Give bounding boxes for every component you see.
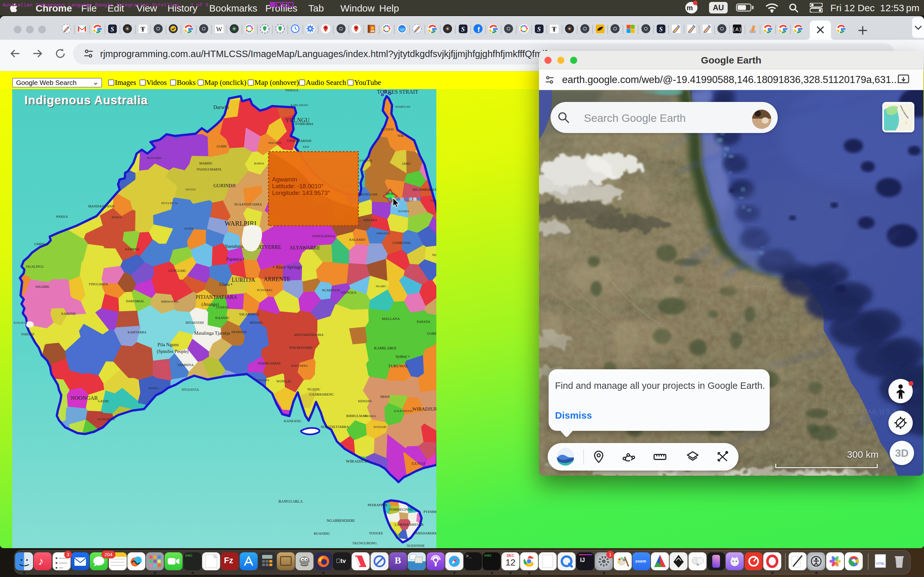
svg-text:WIK: WIK	[397, 134, 404, 137]
svg-text:ARRENTE: ARRENTE	[264, 276, 290, 282]
svg-text:KUYANI: KUYANI	[381, 127, 393, 131]
svg-text:JARU: JARU	[402, 161, 411, 165]
svg-text:PUTIJARRA: PUTIJARRA	[257, 288, 273, 292]
svg-text:BANGGARLA: BANGGARLA	[278, 499, 303, 504]
svg-text:LAIRMAIRRENER: LAIRMAIRRENER	[395, 522, 424, 526]
svg-text:KARLAMAYI: KARLAMAYI	[291, 103, 308, 107]
svg-text:Uluru •: Uluru •	[219, 282, 232, 287]
svg-text:GUBBI: GUBBI	[216, 145, 226, 148]
svg-text:NYANGUMARTA: NYANGUMARTA	[197, 168, 222, 171]
svg-text:BADIMIA: BADIMIA	[125, 247, 140, 251]
svg-text:MALGANA: MALGANA	[382, 317, 400, 321]
svg-text:WADJA: WADJA	[149, 387, 158, 390]
svg-text:KOKO BERA: KOKO BERA	[291, 364, 308, 367]
svg-text:PITJANTJATJARA: PITJANTJATJARA	[196, 294, 237, 300]
svg-text:NGARINYIN: NGARINYIN	[322, 288, 340, 292]
svg-text:BANYJIMA: BANYJIMA	[147, 156, 162, 160]
svg-text:Papunya •: Papunya •	[226, 257, 244, 261]
svg-text:NYAWAYGI: NYAWAYGI	[357, 159, 372, 162]
svg-text:WORRORRA: WORRORRA	[295, 122, 314, 126]
svg-text:(A): (A)	[732, 27, 742, 33]
svg-text:WANGKATHAA: WANGKATHAA	[312, 234, 335, 238]
svg-text:IMAN: IMAN	[380, 395, 389, 398]
svg-text:JAGALINGU: JAGALINGU	[26, 265, 44, 268]
svg-text:WUDJARI: WUDJARI	[373, 425, 387, 429]
svg-text:ARABANA: ARABANA	[231, 330, 247, 334]
svg-text:KAMILAROI: KAMILAROI	[374, 346, 396, 350]
svg-text:(Spinifex People): (Spinifex People)	[157, 349, 189, 354]
svg-text:MITAKOODI: MITAKOODI	[186, 321, 204, 324]
svg-text:WALMAJARRI: WALMAJARRI	[289, 346, 312, 350]
svg-text:MARDU: MARDU	[199, 161, 212, 165]
svg-text:WARRGAMAY: WARRGAMAY	[258, 361, 281, 365]
svg-text:Takalu: Takalu	[385, 191, 395, 195]
svg-text:YANGGA: YANGGA	[285, 89, 299, 92]
svg-text:BIBBULMAN: BIBBULMAN	[346, 414, 367, 418]
svg-text:NYULNYUL: NYULNYUL	[182, 388, 200, 392]
svg-text:Ŧ: Ŧ	[552, 25, 557, 33]
svg-text:GORENG: GORENG	[427, 332, 436, 335]
svg-text:GAMBUWAL: GAMBUWAL	[393, 241, 411, 245]
svg-text:WIRADJURI: WIRADJURI	[346, 459, 369, 464]
svg-text:TOOGEE: TOOGEE	[369, 531, 383, 535]
svg-text:GURINDJI: GURINDJI	[213, 183, 236, 188]
svg-text:WAKKA: WAKKA	[56, 215, 68, 218]
svg-text:Pila Nguru: Pila Nguru	[158, 342, 179, 347]
svg-text:MINANG: MINANG	[250, 321, 263, 324]
svg-text:Longitude: 143.9573°: Longitude: 143.9573°	[272, 189, 330, 196]
svg-text:Ŧ: Ŧ	[141, 25, 145, 33]
svg-text:f: f	[477, 26, 480, 34]
svg-text:YAMBINA: YAMBINA	[177, 363, 194, 367]
svg-text:DIERI: DIERI	[429, 187, 436, 191]
svg-text:S: S	[659, 26, 662, 33]
svg-text:KARONIE: KARONIE	[61, 312, 76, 316]
svg-text:NOONGAR: NOONGAR	[71, 395, 98, 401]
svg-text:TAUNGURONG: TAUNGURONG	[352, 541, 377, 545]
svg-text:WIILMAN: WIILMAN	[268, 141, 281, 145]
svg-text:WANGKA: WANGKA	[341, 290, 357, 294]
svg-text:KIJA: KIJA	[303, 145, 309, 148]
svg-text:WUNUMARA: WUNUMARA	[97, 418, 115, 421]
svg-text:BUANDIG: BUANDIG	[314, 532, 330, 535]
svg-text:KOOMA: KOOMA	[398, 210, 409, 213]
svg-text:Sydney •: Sydney •	[396, 354, 409, 359]
svg-text:TJUPAN: TJUPAN	[430, 199, 436, 202]
svg-text:KAANJU: KAANJU	[215, 316, 229, 319]
svg-text:NUENONNE: NUENONNE	[407, 544, 425, 548]
svg-text:NGARRINDJERI: NGARRINDJERI	[326, 518, 355, 523]
svg-text:BARUNGGAM: BARUNGGAM	[356, 193, 377, 196]
svg-text:NGAANYATJARRA: NGAANYATJARRA	[234, 203, 262, 206]
svg-text:MIRIWOONG: MIRIWOONG	[161, 300, 179, 303]
svg-text:ADNYAMATHANHA: ADNYAMATHANHA	[294, 333, 324, 337]
svg-text:YAMATJI: YAMATJI	[21, 332, 34, 336]
svg-text:GAYIRI: GAYIRI	[98, 400, 109, 403]
svg-text:YINDJIBARNDI: YINDJIBARNDI	[286, 139, 312, 143]
svg-text:MANTJILTJARRA: MANTJILTJARRA	[321, 425, 349, 429]
svg-text:DARUMBAL: DARUMBAL	[126, 300, 144, 303]
svg-text:BARNA: BARNA	[254, 162, 264, 165]
svg-text:GAJIRRABENG: GAJIRRABENG	[309, 392, 334, 396]
svg-text:LURITJA: LURITJA	[232, 277, 255, 283]
svg-text:UMPILA: UMPILA	[34, 242, 48, 246]
svg-text:Agwamin: Agwamin	[272, 176, 297, 183]
svg-text:DJABUGAY: DJABUGAY	[395, 105, 411, 108]
svg-text:GIABAL: GIABAL	[216, 305, 229, 309]
svg-text:ALYAWARRE: ALYAWARRE	[289, 245, 320, 250]
svg-text:BARADA: BARADA	[417, 320, 431, 324]
svg-text:KARIYARRA: KARIYARRA	[128, 330, 147, 334]
svg-text:TOMMEGINNE: TOMMEGINNE	[389, 508, 413, 511]
svg-text:S: S	[461, 26, 465, 33]
svg-text:YINGGARDA: YINGGARDA	[89, 282, 108, 286]
svg-text:GUUGU: GUUGU	[186, 188, 196, 191]
svg-text:KANEANG: KANEANG	[284, 419, 301, 423]
svg-text:WAJARRI: WAJARRI	[35, 285, 49, 288]
svg-text:WIRANGU: WIRANGU	[376, 232, 391, 235]
svg-text:• Alice Springs: • Alice Springs	[273, 264, 302, 269]
svg-text:Darwin: Darwin	[213, 105, 229, 110]
svg-text:KALAAKO: KALAAKO	[349, 238, 365, 242]
svg-text:PITTA PITTA: PITTA PITTA	[162, 201, 178, 205]
svg-text:KEINJAN: KEINJAN	[358, 400, 372, 403]
svg-text:PAREDARERME: PAREDARERME	[414, 531, 436, 535]
svg-text:S: S	[537, 26, 541, 33]
svg-text:YALARNNGA: YALARNNGA	[239, 313, 259, 316]
